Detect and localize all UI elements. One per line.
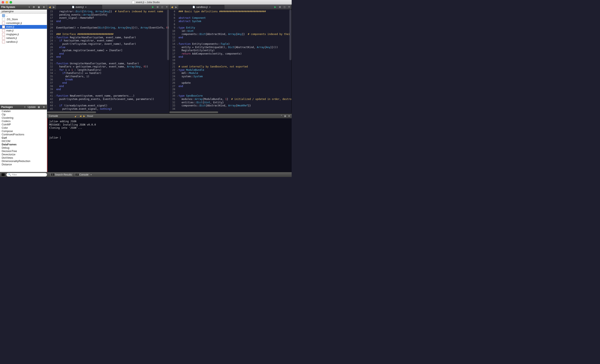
window-title: event.jl – Julia Studio (136, 1, 159, 4)
filesystem-item[interactable]: event.jl (0, 25, 47, 29)
packages-update-button[interactable]: Update (28, 106, 36, 109)
console-panel: Console 🧹 ◀ ▶ Reset ˄ ⊞ ✕ julia> adding … (47, 113, 292, 172)
folder-icon (2, 14, 5, 17)
popout-icon[interactable]: ◻ (160, 5, 164, 9)
console-clear-icon[interactable]: 🧹 (75, 115, 77, 118)
split-icon[interactable]: ⊞ (278, 5, 281, 9)
nav-back-icon[interactable]: ◀ (170, 5, 174, 9)
status-tabs-more-icon[interactable]: ▾ (91, 174, 92, 176)
file-icon (2, 33, 5, 36)
console-title: Console (49, 115, 58, 118)
filesystem-item-label: .. (6, 14, 8, 17)
package-item[interactable]: Distance (0, 163, 47, 166)
console-output[interactable]: julia> adding JSON MESSAGE: Installing J… (47, 118, 292, 172)
editor-tab[interactable]: 📄event.jl▾ (56, 5, 102, 9)
vertical-scrollbar[interactable] (167, 9, 169, 60)
window-controls (2, 1, 12, 4)
package-item[interactable]: Clp (0, 113, 47, 116)
filesystem-sync-button[interactable]: ⟳ (32, 5, 36, 9)
package-item[interactable]: Clustering (0, 116, 47, 119)
code-area[interactable]: ### Basic type definitions #############… (178, 9, 291, 111)
editor-body[interactable]: 456789▾1011121314▾1516171819202122▾23242… (169, 9, 291, 111)
close-window-button[interactable] (2, 1, 4, 4)
console-cursor (60, 136, 60, 139)
console-reset-button[interactable]: Reset (87, 115, 93, 117)
package-item[interactable]: Catalan (0, 109, 47, 113)
package-item[interactable]: DICOM (0, 139, 47, 143)
filesystem-menu-button[interactable] (27, 5, 31, 9)
package-item[interactable]: ContinuedFractions (0, 133, 47, 136)
horizontal-scrollbar[interactable] (47, 111, 169, 113)
status-toggle-button[interactable] (1, 173, 5, 176)
console-collapse-icon[interactable]: ˄ (281, 115, 282, 118)
zoom-window-button[interactable] (9, 1, 12, 4)
packages-list[interactable]: CatalanClpClusteringCodecsCoinMPColorCom… (0, 109, 47, 172)
minimize-window-button[interactable] (6, 1, 8, 4)
filesystem-close-button[interactable]: ✕ (42, 5, 46, 9)
filesystem-item-label: network.jl (6, 37, 17, 40)
console-prev-icon[interactable]: ◀ (80, 115, 81, 118)
package-item[interactable]: DataFrames (0, 143, 47, 146)
package-item[interactable]: Debug (0, 146, 47, 149)
package-item[interactable]: DecisionTree (0, 149, 47, 153)
package-item[interactable]: DimensionalityReduction (0, 160, 47, 163)
filesystem-item[interactable]: msgtypes.jl (0, 33, 47, 36)
filesystem-item[interactable]: sandbox.jl (0, 40, 47, 44)
filesystem-item[interactable]: network.jl (0, 36, 47, 40)
filesystem-tree[interactable]: ...DS_Storeconsolelogic.jlevent.jlmain.j… (0, 14, 47, 105)
file-icon (2, 37, 5, 40)
split-icon[interactable]: ⊞ (156, 5, 159, 9)
filter-input[interactable]: 🔍 Filter (6, 173, 47, 177)
editor-body[interactable]: 151617181920212223▾24▾25262728293031▾323… (47, 9, 169, 111)
package-item[interactable]: CoinMP (0, 123, 47, 126)
editor-tab[interactable]: 📄sandbox.jl▾ (178, 5, 224, 9)
chevron-down-icon[interactable]: ▾ (209, 6, 210, 8)
console-split-icon[interactable]: ⊞ (284, 115, 286, 118)
nav-fwd-icon[interactable]: ▶ (52, 5, 56, 9)
close-tab-icon[interactable]: ✕ (287, 5, 291, 9)
filesystem-title: File System (1, 6, 15, 9)
package-item[interactable]: DictViews (0, 156, 47, 160)
console-next-icon[interactable]: ▶ (83, 115, 85, 118)
run-icon[interactable]: ▶ (273, 5, 277, 9)
packages-title: Packages (1, 106, 13, 109)
filesystem-item-label: consolelogic.jl (6, 22, 22, 25)
package-item[interactable]: Color (0, 126, 47, 129)
packages-close-button[interactable]: ✕ (42, 105, 46, 109)
horizontal-scrollbar[interactable] (169, 111, 291, 113)
filter-placeholder: Filter (12, 173, 17, 176)
console-close-icon[interactable]: ✕ (288, 115, 290, 118)
packages-panel-header: Packages Update ⊞ ✕ (0, 105, 47, 109)
console-header: Console 🧹 ◀ ▶ Reset ˄ ⊞ ✕ (47, 114, 292, 118)
filesystem-item[interactable]: main.jl (0, 29, 47, 33)
filesystem-split-button[interactable]: ⊞ (37, 5, 41, 9)
package-item[interactable]: Compose (0, 129, 47, 133)
chevron-down-icon[interactable]: ▾ (85, 6, 86, 8)
filesystem-item[interactable]: consolelogic.jl (0, 21, 47, 25)
packages-menu-button[interactable] (22, 105, 26, 109)
nav-back-icon[interactable]: ◀ (48, 5, 51, 9)
status-tab[interactable]: 1Search Results (50, 173, 73, 177)
popout-icon[interactable]: ◻ (283, 5, 286, 9)
run-icon[interactable]: ▶ (151, 5, 155, 9)
file-icon (2, 25, 5, 28)
package-item[interactable]: Devectorize (0, 153, 47, 156)
search-icon: 🔍 (8, 173, 11, 176)
vertical-scrollbar[interactable] (289, 9, 291, 60)
close-tab-icon[interactable]: ✕ (165, 5, 168, 9)
package-item[interactable]: Curl (0, 136, 47, 139)
packages-split-button[interactable]: ⊞ (37, 105, 41, 109)
code-area[interactable]: registrar::Dict{String, Array{Any}} # ha… (56, 9, 169, 111)
filesystem-item[interactable]: .DS_Store (0, 18, 47, 21)
filesystem-item-label: main.jl (6, 29, 14, 32)
status-tab[interactable]: 2Console (74, 173, 90, 177)
filesystem-root[interactable]: juliaengine (0, 9, 47, 14)
editor-tab-label: sandbox.jl (196, 6, 207, 9)
filesystem-item-label: sandbox.jl (6, 40, 18, 43)
file-icon: 📄 (72, 6, 74, 8)
nav-fwd-icon[interactable]: ▶ (174, 5, 178, 9)
file-icon (2, 40, 5, 43)
package-item[interactable]: Codecs (0, 119, 47, 123)
line-gutter: 456789▾1011121314▾1516171819202122▾23242… (169, 9, 178, 111)
filesystem-item[interactable]: .. (0, 14, 47, 18)
